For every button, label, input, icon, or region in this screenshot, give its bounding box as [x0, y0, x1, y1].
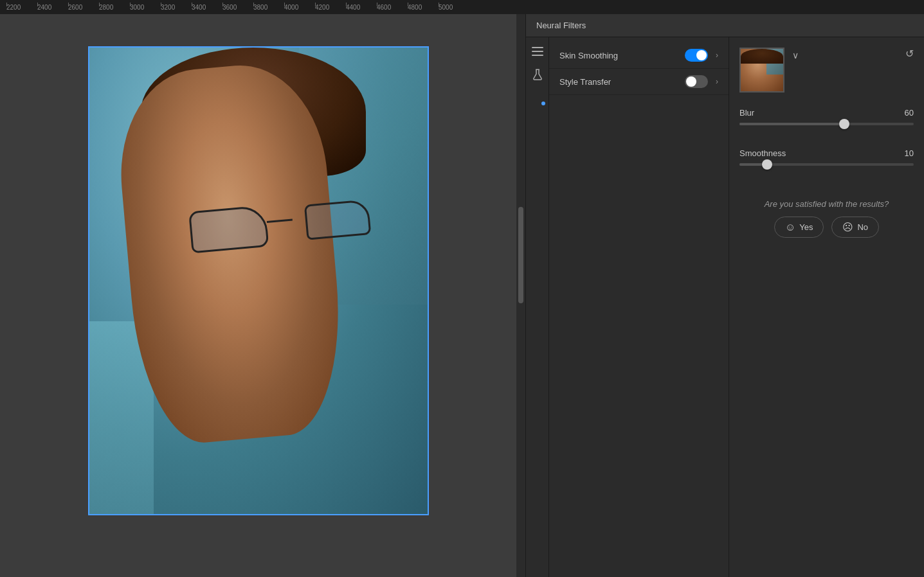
thumbnail-expand-button[interactable]: ∨ [790, 48, 801, 63]
smoothness-slider-track[interactable] [739, 163, 914, 166]
glasses-bridge [266, 218, 292, 222]
satisfaction-section: Are you satisfied with the results? ☺ Ye… [739, 199, 914, 238]
satisfaction-buttons: ☺ Yes ☹ No [739, 217, 914, 238]
canvas-image [88, 46, 429, 515]
yes-icon: ☺ [785, 222, 795, 233]
filter-items-list: Skin Smoothing › Style Transfer › [549, 37, 729, 577]
filter-name-style-transfer: Style Transfer [559, 77, 685, 87]
filter-list-icon-button[interactable] [529, 42, 547, 60]
panel-content: Skin Smoothing › Style Transfer › [526, 37, 924, 577]
active-indicator-dot [541, 102, 545, 105]
neural-filters-panel: Neural Filters [525, 14, 924, 577]
toggle-knob [696, 50, 707, 60]
blur-label: Blur [739, 108, 754, 118]
blur-slider-track[interactable] [739, 123, 914, 125]
blur-slider-row: Blur 60 [739, 108, 914, 118]
blur-value: 60 [898, 108, 914, 118]
ruler-mark: 4600 [377, 4, 408, 11]
skin-smoothing-toggle[interactable] [685, 49, 708, 62]
ruler-mark: 3800 [253, 4, 284, 11]
smoothness-slider-row: Smoothness 10 [739, 148, 914, 158]
ruler-mark: 3400 [192, 4, 222, 11]
ruler-mark: 3200 [161, 4, 192, 11]
blur-slider-thumb[interactable] [839, 119, 849, 129]
smoothness-label: Smoothness [739, 148, 786, 158]
thumbnail-area: ∨ ↺ [739, 48, 914, 93]
photo-background [89, 48, 428, 514]
ruler-mark: 4000 [284, 4, 315, 11]
ruler-mark: 2800 [99, 4, 130, 11]
panel-title: Neural Filters [536, 21, 586, 30]
canvas-scrollbar[interactable] [516, 14, 525, 577]
ruler-marks: 2200 2400 2600 2800 3000 3200 3400 3600 … [0, 4, 469, 11]
blur-slider-section: Blur 60 [739, 108, 914, 136]
main-area: Neural Filters [0, 14, 924, 577]
blur-slider-fill [739, 123, 844, 125]
scroll-thumb[interactable] [518, 207, 523, 303]
svg-rect-2 [532, 55, 543, 56]
settings-column: ∨ ↺ Blur 60 [729, 37, 924, 577]
filter-item-skin-smoothing[interactable]: Skin Smoothing › [549, 42, 729, 69]
preview-thumbnail [739, 48, 784, 93]
thumb-hair [741, 49, 783, 64]
filter-name-skin-smoothing: Skin Smoothing [559, 51, 685, 60]
canvas-area [0, 14, 516, 577]
ruler-bar: 2200 2400 2600 2800 3000 3200 3400 3600 … [0, 0, 924, 14]
svg-rect-3 [536, 69, 539, 71]
svg-rect-1 [532, 51, 543, 52]
smoothness-value: 10 [898, 148, 914, 158]
ruler-mark: 3600 [222, 4, 253, 11]
satisfaction-question: Are you satisfied with the results? [739, 199, 914, 209]
no-icon: ☹ [842, 221, 853, 233]
ruler-mark: 4400 [346, 4, 377, 11]
filter-arrow-style-transfer[interactable]: › [716, 77, 718, 86]
glasses-left-frame [188, 205, 269, 253]
no-button[interactable]: ☹ No [831, 217, 879, 238]
ruler-mark: 3000 [130, 4, 161, 11]
toggle-knob [686, 76, 696, 87]
ruler-mark: 2200 [6, 4, 37, 11]
reset-button[interactable]: ↺ [905, 48, 914, 60]
yes-button[interactable]: ☺ Yes [774, 217, 824, 238]
ruler-mark: 5000 [439, 4, 469, 11]
ruler-mark: 4800 [408, 4, 439, 11]
glasses-right-frame [303, 199, 370, 240]
lab-icon-button[interactable] [529, 66, 547, 84]
ruler-mark: 2400 [37, 4, 68, 11]
yes-label: Yes [799, 222, 813, 232]
smoothness-slider-section: Smoothness 10 [739, 148, 914, 176]
canvas-container [88, 46, 429, 515]
no-label: No [857, 222, 868, 232]
icon-sidebar [526, 37, 549, 577]
ruler-mark: 2600 [68, 4, 99, 11]
thumbnail-photo [741, 49, 783, 91]
smoothness-slider-thumb[interactable] [762, 159, 772, 170]
svg-rect-0 [532, 47, 543, 48]
style-transfer-toggle[interactable] [685, 75, 708, 88]
filter-arrow-skin-smoothing[interactable]: › [716, 51, 718, 60]
active-dot-indicator [529, 89, 547, 107]
filters-list-column: Skin Smoothing › Style Transfer › [549, 37, 729, 577]
filter-item-style-transfer[interactable]: Style Transfer › [549, 69, 729, 95]
ruler-mark: 4200 [315, 4, 346, 11]
panel-header: Neural Filters [526, 14, 924, 37]
